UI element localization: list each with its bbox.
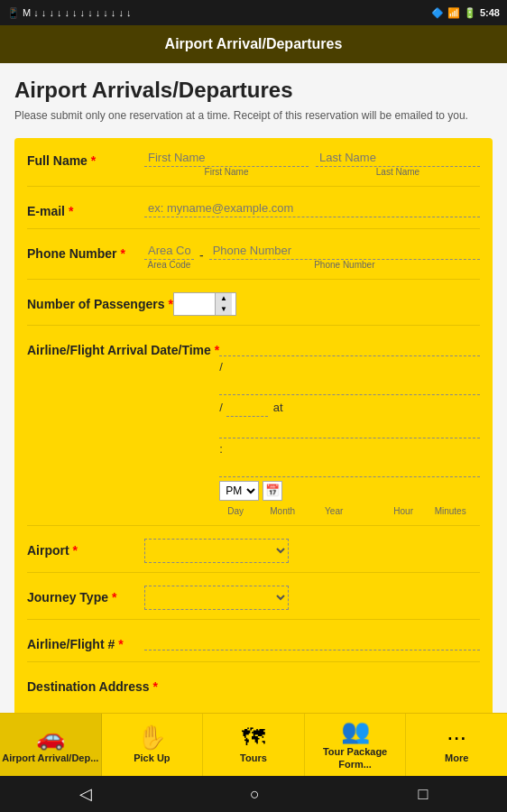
phone-label: Phone Number * bbox=[27, 242, 144, 262]
tour-package-nav-icon: 👥 bbox=[341, 719, 370, 743]
name-fields: First Name Last Name bbox=[144, 149, 480, 177]
journey-type-fields bbox=[144, 586, 480, 610]
title-bar-label: Airport Arrival/Departures bbox=[165, 36, 343, 52]
arrival-calendar-icon[interactable]: 📅 bbox=[263, 481, 282, 501]
form-container: Full Name * First Name Last Name bbox=[14, 138, 493, 713]
arrival-datetime-row: Airline/Flight Arrival Date/Time * 26 / … bbox=[27, 338, 480, 526]
email-row: E-mail * bbox=[27, 199, 480, 229]
page-title: Airport Arrivals/Departures bbox=[14, 78, 493, 103]
passengers-input[interactable]: 0 bbox=[174, 293, 215, 315]
first-name-label: First Name bbox=[144, 167, 309, 177]
phone-area-field: Area Code bbox=[144, 242, 194, 270]
tours-nav-icon: 🗺 bbox=[242, 725, 265, 749]
bottom-nav: 🚗 Airport Arrival/Dep... ✋ Pick Up 🗺 Tou… bbox=[0, 713, 507, 776]
airline-flight-row: Airline/Flight # * bbox=[27, 632, 480, 662]
area-code-label: Area Code bbox=[144, 260, 194, 270]
destination-fields bbox=[158, 675, 480, 713]
phone-input-row: Area Code - Phone Number bbox=[144, 242, 480, 270]
spinner-up-button[interactable]: ▲ bbox=[216, 293, 232, 304]
arrival-min-label: Minutes bbox=[434, 506, 466, 516]
recents-button[interactable]: □ bbox=[418, 785, 428, 804]
arrival-month-label: Month bbox=[266, 506, 299, 516]
passengers-row: Number of Passengers * 0 ▲ ▼ bbox=[27, 292, 480, 326]
more-nav-icon: ··· bbox=[447, 725, 466, 749]
passengers-spinner: 0 ▲ ▼ bbox=[173, 292, 236, 316]
airline-flight-label: Airline/Flight # * bbox=[27, 632, 144, 652]
page-subtitle: Please submit only one reservation at a … bbox=[14, 108, 493, 124]
title-bar: Airport Arrival/Departures bbox=[0, 25, 507, 63]
first-name-input[interactable] bbox=[144, 149, 309, 167]
nav-item-tours[interactable]: 🗺 Tours bbox=[203, 714, 305, 776]
spinner-down-button[interactable]: ▼ bbox=[216, 304, 232, 315]
main-content: Airport Arrivals/Departures Please submi… bbox=[0, 63, 507, 713]
tours-nav-label: Tours bbox=[240, 752, 267, 764]
email-label: E-mail * bbox=[27, 199, 144, 219]
last-name-label: Last Name bbox=[316, 167, 480, 177]
phone-area-input[interactable] bbox=[144, 242, 194, 260]
status-bar-left: 📱 M ↓ ↓ ↓ ↓ ↓ ↓ ↓ ↓ ↓ ↓ ↓ ↓ ↓ bbox=[7, 7, 131, 19]
nav-item-pickup[interactable]: ✋ Pick Up bbox=[102, 714, 204, 776]
arrival-day-label: Day bbox=[219, 506, 252, 516]
phone-row: Phone Number * Area Code - Phone Number bbox=[27, 242, 480, 280]
phone-number-label: Phone Number bbox=[209, 260, 480, 270]
battery-icon: 🔋 bbox=[464, 7, 476, 19]
destination-label: Destination Address * bbox=[27, 675, 158, 695]
email-fields bbox=[144, 199, 480, 217]
arrival-date-labels: Day Month Year Hour Minutes bbox=[219, 506, 480, 516]
more-nav-label: More bbox=[445, 752, 468, 764]
nav-item-tour-package[interactable]: 👥 Tour Package Form... bbox=[305, 714, 407, 776]
spinner-buttons: ▲ ▼ bbox=[215, 293, 232, 315]
airport-label: Airport * bbox=[27, 539, 144, 558]
arrival-at-text: at bbox=[273, 401, 283, 414]
full-name-fields: First Name Last Name bbox=[144, 149, 480, 177]
airline-flight-input[interactable] bbox=[144, 632, 480, 651]
destination-textarea[interactable] bbox=[158, 678, 480, 713]
journey-type-label: Journey Type * bbox=[27, 586, 144, 605]
passengers-fields: 0 ▲ ▼ bbox=[173, 292, 480, 316]
arrival-hour-input[interactable]: 5 bbox=[219, 420, 480, 438]
phone-dash: - bbox=[199, 248, 204, 263]
status-bar: 📱 M ↓ ↓ ↓ ↓ ↓ ↓ ↓ ↓ ↓ ↓ ↓ ↓ ↓ 🔷 📶 🔋 5:48 bbox=[0, 0, 507, 25]
app-icons: 📱 M ↓ ↓ ↓ ↓ ↓ ↓ ↓ ↓ ↓ ↓ ↓ ↓ ↓ bbox=[7, 7, 131, 19]
back-button[interactable]: ◁ bbox=[79, 784, 92, 804]
passengers-label: Number of Passengers * bbox=[27, 292, 173, 312]
last-name-field: Last Name bbox=[316, 149, 480, 177]
phone-fields: Area Code - Phone Number bbox=[144, 242, 480, 270]
destination-row: Destination Address * bbox=[27, 675, 480, 713]
full-name-label: Full Name * bbox=[27, 149, 144, 169]
arrival-ampm-select[interactable]: PM AM bbox=[219, 481, 259, 501]
full-name-required: * bbox=[91, 153, 96, 168]
pickup-nav-icon: ✋ bbox=[137, 725, 166, 749]
airport-row: Airport * bbox=[27, 539, 480, 573]
airport-select[interactable] bbox=[144, 539, 289, 563]
airline-flight-fields bbox=[144, 632, 480, 651]
arrival-day-input[interactable]: 26 bbox=[219, 338, 480, 356]
pickup-nav-label: Pick Up bbox=[134, 752, 170, 764]
email-input[interactable] bbox=[144, 199, 480, 217]
nav-item-more[interactable]: ··· More bbox=[406, 714, 507, 776]
phone-number-input[interactable] bbox=[209, 242, 480, 260]
status-bar-right: 🔷 📶 🔋 5:48 bbox=[431, 7, 500, 19]
arrival-minute-input[interactable]: 50 bbox=[219, 459, 480, 477]
arrival-month-input[interactable]: 10 bbox=[219, 377, 480, 395]
first-name-field: First Name bbox=[144, 149, 309, 177]
nav-item-airport[interactable]: 🚗 Airport Arrival/Dep... bbox=[0, 714, 102, 776]
airport-fields bbox=[144, 539, 480, 563]
wifi-icon: 📶 bbox=[447, 7, 460, 19]
time-display: 5:48 bbox=[480, 7, 500, 18]
arrival-hour-label: Hour bbox=[387, 506, 419, 516]
last-name-input[interactable] bbox=[316, 149, 480, 167]
home-button[interactable]: ○ bbox=[250, 785, 260, 804]
journey-type-row: Journey Type * bbox=[27, 586, 480, 620]
arrival-year-input[interactable]: 2013 bbox=[226, 399, 268, 417]
arrival-datetime-fields: 26 / 10 / 2013 at 5 : 50 PM AM 📅 Da bbox=[219, 338, 480, 516]
arrival-datetime-label: Airline/Flight Arrival Date/Time * bbox=[27, 338, 219, 358]
airport-nav-label: Airport Arrival/Dep... bbox=[2, 752, 98, 764]
airport-nav-icon: 🚗 bbox=[36, 725, 65, 749]
bluetooth-icon: 🔷 bbox=[431, 7, 444, 19]
tour-package-nav-label: Tour Package Form... bbox=[307, 746, 404, 770]
system-nav-bar: ◁ ○ □ bbox=[0, 776, 507, 812]
journey-type-select[interactable] bbox=[144, 586, 289, 610]
full-name-row: Full Name * First Name Last Name bbox=[27, 149, 480, 187]
arrival-datetime-inputs: 26 / 10 / 2013 at 5 : 50 PM AM 📅 bbox=[219, 338, 480, 501]
